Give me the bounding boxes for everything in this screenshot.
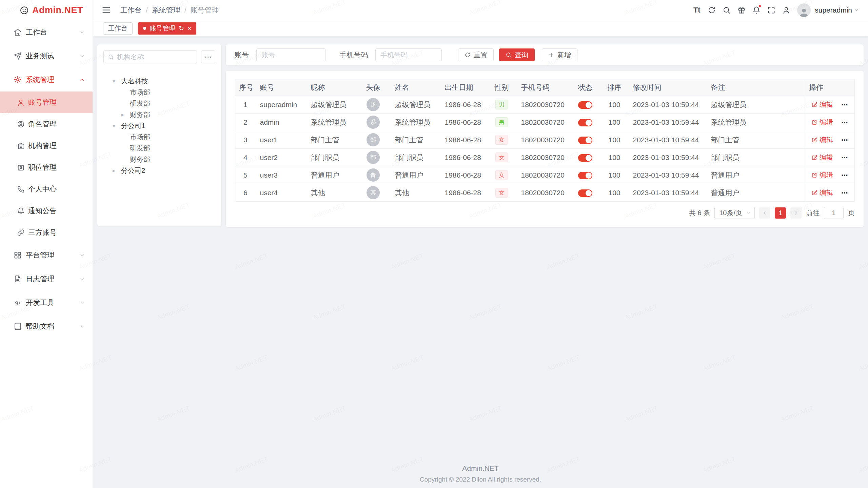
- col-sort: 排序: [600, 79, 629, 96]
- tree-node-branch[interactable]: ▸ 分公司2: [103, 165, 215, 176]
- breadcrumb-item[interactable]: 系统管理: [152, 5, 180, 15]
- more-actions-button[interactable]: ⋯: [841, 101, 848, 108]
- org-search-input[interactable]: [117, 53, 193, 61]
- more-actions-button[interactable]: ⋯: [841, 189, 848, 197]
- chevron-down-icon: [79, 29, 85, 35]
- tree-node-branch[interactable]: ▾ 分公司1: [103, 120, 215, 131]
- cell-gender: 男: [487, 96, 517, 114]
- tab-account-management[interactable]: 账号管理 ↻ ×: [138, 22, 196, 35]
- sidebar-item-notice[interactable]: 通知公告: [0, 200, 93, 222]
- hamburger-menu-icon[interactable]: [102, 5, 111, 15]
- user-avatar[interactable]: [797, 3, 811, 17]
- edit-button[interactable]: 编辑: [811, 188, 833, 197]
- status-toggle[interactable]: [578, 189, 592, 197]
- edit-button[interactable]: 编辑: [811, 100, 833, 109]
- fullscreen-button[interactable]: [764, 3, 779, 18]
- tab-refresh-icon[interactable]: ↻: [179, 25, 184, 32]
- tree-node-dept[interactable]: 财务部: [103, 154, 215, 165]
- tree-node-dept[interactable]: 市场部: [103, 131, 215, 143]
- theme-button[interactable]: [734, 3, 749, 18]
- sidebar-item-platform-management[interactable]: 平台管理: [0, 243, 93, 267]
- status-toggle[interactable]: [578, 137, 592, 144]
- breadcrumb-item[interactable]: 工作台: [120, 5, 142, 15]
- tree-node-company[interactable]: ▾ 大名科技: [103, 76, 215, 87]
- sidebar-item-label: 角色管理: [28, 119, 57, 129]
- status-toggle[interactable]: [578, 101, 592, 109]
- sidebar-item-third-party-account[interactable]: 三方账号: [0, 222, 93, 243]
- tree-node-dept[interactable]: ▸ 财务部: [103, 109, 215, 120]
- sidebar-item-role-management[interactable]: 角色管理: [0, 113, 93, 135]
- next-page-button[interactable]: [790, 207, 802, 219]
- edit-icon: [811, 155, 817, 161]
- building-icon: [17, 142, 25, 150]
- status-toggle[interactable]: [578, 119, 592, 126]
- query-button[interactable]: 查询: [499, 48, 535, 61]
- account-input[interactable]: [256, 48, 326, 61]
- edit-button[interactable]: 编辑: [811, 153, 833, 162]
- username[interactable]: superadmin: [815, 6, 852, 14]
- sidebar-item-dev-tools[interactable]: 开发工具: [0, 291, 93, 314]
- link-icon: [17, 229, 25, 237]
- sidebar-item-account-management[interactable]: 账号管理: [0, 92, 93, 113]
- sidebar-item-system-management[interactable]: 系统管理: [0, 68, 93, 92]
- chevron-down-icon: [79, 53, 85, 59]
- sidebar-item-log-management[interactable]: 日志管理: [0, 267, 93, 291]
- sidebar-item-org-management[interactable]: 机构管理: [0, 135, 93, 157]
- edit-button[interactable]: 编辑: [811, 135, 833, 144]
- prev-page-button[interactable]: [759, 207, 770, 219]
- refresh-button[interactable]: [704, 3, 719, 18]
- right-column: 账号 手机号码 重置 查询 新增: [226, 44, 864, 227]
- more-actions-button[interactable]: ⋯: [841, 136, 848, 144]
- tree-node-dept[interactable]: 市场部: [103, 87, 215, 98]
- sidebar-item-help-docs[interactable]: 帮助文档: [0, 314, 93, 338]
- edit-button[interactable]: 编辑: [811, 170, 833, 180]
- edit-button[interactable]: 编辑: [811, 118, 833, 127]
- sidebar-item-position-management[interactable]: 职位管理: [0, 157, 93, 178]
- cell-modified-time: 2023-01-03 10:59:44: [629, 131, 707, 149]
- status-toggle[interactable]: [578, 172, 592, 179]
- cell-account: user2: [256, 149, 307, 166]
- cell-index: 5: [235, 166, 256, 184]
- tab-workbench[interactable]: 工作台: [103, 22, 133, 35]
- tree-node-dept[interactable]: 研发部: [103, 143, 215, 154]
- col-account: 账号: [256, 79, 307, 96]
- query-label: 查询: [515, 50, 528, 60]
- app-logo[interactable]: Admin.NET: [0, 0, 93, 20]
- tab-close-icon[interactable]: ×: [188, 25, 191, 32]
- add-button[interactable]: 新增: [542, 48, 577, 61]
- sidebar-item-business-test[interactable]: 业务测试: [0, 44, 93, 68]
- tree-node-dept[interactable]: 研发部: [103, 98, 215, 109]
- cell-actions: 编辑 ⋯: [805, 184, 855, 202]
- notifications-button[interactable]: [749, 3, 764, 18]
- reset-button[interactable]: 重置: [458, 48, 494, 61]
- sidebar-item-label: 业务测试: [26, 51, 77, 61]
- main-area: 工作台 / 系统管理 / 账号管理 Tt superadmin: [93, 0, 868, 488]
- col-gender: 性别: [487, 79, 517, 96]
- account-settings-button[interactable]: [779, 3, 794, 18]
- more-actions-button[interactable]: ⋯: [841, 171, 848, 179]
- caret-down-icon[interactable]: ▾: [110, 122, 118, 129]
- sidebar-item-profile-center[interactable]: 个人中心: [0, 178, 93, 200]
- phone-input[interactable]: [375, 48, 442, 61]
- sidebar-item-label: 职位管理: [28, 163, 57, 172]
- cell-avatar: 超: [356, 96, 391, 114]
- current-page-button[interactable]: 1: [775, 207, 786, 219]
- caret-right-icon[interactable]: ▸: [110, 167, 118, 174]
- col-remark: 备注: [707, 79, 805, 96]
- caret-right-icon[interactable]: ▸: [118, 111, 127, 118]
- font-size-button[interactable]: Tt: [689, 3, 704, 18]
- cell-birthdate: 1986-06-28: [441, 131, 487, 149]
- goto-page-input[interactable]: [824, 207, 844, 219]
- caret-down-icon[interactable]: ▾: [110, 78, 118, 85]
- status-toggle[interactable]: [578, 154, 592, 162]
- sidebar-item-workbench[interactable]: 工作台: [0, 20, 93, 44]
- more-actions-button[interactable]: ⋯: [841, 119, 848, 126]
- add-label: 新增: [557, 50, 571, 60]
- more-actions-button[interactable]: ⋯: [841, 154, 848, 161]
- page-size-select[interactable]: 10条/页: [714, 207, 755, 219]
- edit-label: 编辑: [820, 153, 833, 162]
- org-more-button[interactable]: ⋯: [201, 50, 215, 63]
- breadcrumb-separator: /: [184, 6, 186, 14]
- cell-gender: 男: [487, 114, 517, 131]
- global-search-button[interactable]: [719, 3, 734, 18]
